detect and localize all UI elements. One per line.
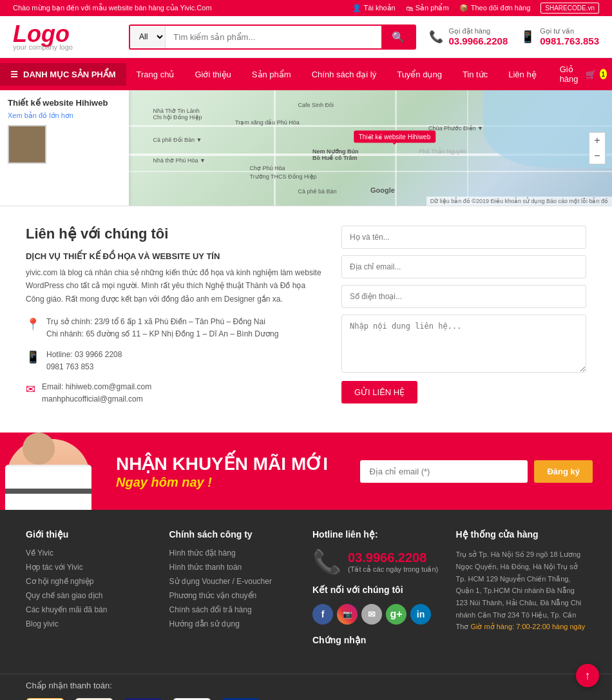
phone-input[interactable]	[341, 285, 586, 308]
contact-title: Liên hệ với chúng tôi	[26, 226, 322, 242]
location-icon: 📍	[26, 317, 40, 331]
map-pin: Thiết kế website Hihiweb	[354, 130, 435, 142]
nav-contact[interactable]: Liên hệ	[498, 62, 546, 87]
footer-link-voucher[interactable]: Sử dụng Voucher / E-voucher	[169, 577, 300, 586]
products-icon: 🛍	[406, 5, 413, 12]
facebook-icon[interactable]: f	[312, 604, 333, 625]
newsletter-email-input[interactable]	[360, 460, 528, 483]
top-bar-right: 👤 Tài khoản 🛍 Sản phẩm 📦 Theo dõi đơn hà…	[352, 3, 599, 14]
search-button[interactable]: 🔍	[381, 26, 415, 48]
address-text: Trụ sở chính: 23/9 tổ 6 ấp 1 xã Phú Điền…	[46, 316, 278, 340]
cart-badge: 1	[600, 69, 606, 79]
category-menu-button[interactable]: ☰ DANH MỤC SẢN PHẨM	[0, 63, 126, 86]
footer-link-returns[interactable]: Chính sách đổi trả hàng	[169, 605, 300, 614]
instagram-icon[interactable]: 📷	[337, 604, 358, 625]
footer-link-about-yivic[interactable]: Về Yivic	[26, 549, 157, 558]
search-bar: All 🔍	[129, 24, 416, 50]
map-placeholder: Thiết kế website Hihiweb Xem bản đồ lớn …	[0, 90, 612, 206]
footer-hours: Giờ mở hàng: 7:00-22:00 hàng ngày	[470, 623, 585, 630]
newsletter-form: Đăng ký	[360, 460, 612, 483]
footer-hotline-note: (Tất cả các ngày trong tuần)	[348, 565, 438, 574]
footer-col-policy: Chính sách công ty Hình thức đặt hàng Hì…	[169, 529, 300, 645]
footer-link-blog[interactable]: Blog yivic	[26, 619, 157, 628]
big-phone-icon: 📞	[312, 549, 341, 576]
nav-policy[interactable]: Chính sách đại lý	[301, 62, 387, 87]
hotline1: 03 9966 2208	[75, 350, 122, 359]
email-icon: ✉	[26, 382, 35, 396]
google-logo: Google	[370, 186, 395, 194]
phone-text: Hotline: 03 9966 2208 0981 763 853	[46, 349, 122, 373]
newsletter-title: NHẬN KHUYẾN MÃI MỚI	[116, 453, 347, 475]
footer-address: Trụ sở Tp. Hà Nội Số 29 ngõ 18 Lương Ngọ…	[456, 549, 587, 633]
footer-col-intro: Giới thiệu Về Yivic Hợp tác với Yivic Cơ…	[26, 529, 157, 645]
zoom-in-button[interactable]: +	[589, 133, 605, 148]
contact-form: GỬI LIÊN HỆ	[341, 226, 586, 413]
email-input[interactable]	[341, 255, 586, 278]
account-link[interactable]: 👤 Tài khoản	[352, 4, 396, 12]
submit-button[interactable]: GỬI LIÊN HỆ	[341, 381, 417, 403]
phone-info-icon: 📱	[26, 350, 40, 364]
hotline2: 0981 763 853	[46, 362, 93, 371]
map-section: Thiết kế website Hihiweb Xem bản đồ lớn …	[0, 90, 612, 206]
map-footer: Dữ liệu bản đồ ©2019 Điều khoản sử dụng …	[426, 197, 612, 206]
contact-description: yivic.com là blog cá nhân chia sẻ những …	[26, 266, 322, 306]
email-social-icon[interactable]: ✉	[361, 604, 382, 625]
welcome-text: Chào mừng bạn đến với mẫu website bán hà…	[13, 4, 212, 12]
cart-button[interactable]: Giỏ hàng 🛒 1	[547, 58, 612, 90]
search-input[interactable]	[166, 26, 381, 48]
footer-link-promotions[interactable]: Các khuyến mãi đã bán	[26, 605, 157, 614]
order-tracking-link[interactable]: 📦 Theo dõi đơn hàng	[459, 4, 531, 12]
social-connect-title: Kết nối với chúng tôi	[312, 585, 443, 595]
footer-stores-title: Hệ thống cửa hàng	[456, 529, 587, 540]
consult-phone-icon: 📱	[521, 30, 535, 44]
main-nav: ☰ DANH MỤC SẢN PHẨM Trang chủ Giới thiệu…	[0, 58, 612, 90]
footer-link-shipping[interactable]: Phương thức vận chuyển	[169, 591, 300, 600]
nav-products[interactable]: Sản phẩm	[242, 62, 301, 87]
footer-hotline-number: 03.9966.2208	[348, 550, 438, 565]
nav-about[interactable]: Giới thiệu	[184, 62, 241, 87]
message-textarea[interactable]	[341, 315, 586, 373]
google-plus-icon[interactable]: g+	[386, 604, 406, 625]
consult-number: 0981.763.853	[540, 35, 599, 46]
certify-title: Chứng nhận	[312, 635, 443, 645]
email-text: Email: hihiweb.com@gmail.com manhphucoff…	[42, 381, 151, 405]
call-contact: 📞 Gọi đặt hàng 03.9966.2208	[429, 27, 508, 46]
social-icons: f 📷 ✉ g+ in	[312, 604, 443, 625]
map-larger-link[interactable]: Xem bản đồ lớn hơn	[8, 112, 73, 119]
newsletter-text: NHẬN KHUYẾN MÃI MỚI Ngay hôm nay !	[103, 453, 360, 490]
zoom-out-button[interactable]: −	[589, 148, 605, 164]
nav-home[interactable]: Trang chủ	[126, 62, 185, 87]
tracking-icon: 📦	[459, 4, 468, 12]
footer-link-payment[interactable]: Hình thức thanh toán	[169, 563, 300, 572]
consult-label: Gọi tư vấn	[540, 27, 599, 35]
products-link[interactable]: 🛍 Sản phẩm	[406, 4, 449, 12]
call-label: Gọi đặt hàng	[448, 27, 508, 35]
map-title: Thiết kế website Hihiweb	[8, 98, 121, 108]
nav-news[interactable]: Tin tức	[452, 62, 498, 87]
top-bar: Chào mừng bạn đến với mẫu website bán hà…	[0, 0, 612, 16]
name-input[interactable]	[341, 226, 586, 249]
footer-link-career[interactable]: Cơ hội nghề nghiệp	[26, 577, 157, 586]
linkedin-icon[interactable]: in	[410, 604, 431, 625]
footer-grid: Giới thiệu Về Yivic Hợp tác với Yivic Cơ…	[26, 529, 586, 645]
footer-link-order[interactable]: Hình thức đặt hàng	[169, 549, 300, 558]
newsletter-subscribe-button[interactable]: Đăng ký	[534, 460, 593, 483]
back-to-top-button[interactable]: ↑	[576, 664, 599, 687]
footer-link-rules[interactable]: Quy chế sàn giao dịch	[26, 591, 157, 600]
newsletter-section: NHẬN KHUYẾN MÃI MỚI Ngay hôm nay ! Đăng …	[0, 433, 612, 510]
nav-recruit[interactable]: Tuyển dụng	[387, 62, 452, 87]
payment-title: Chấp nhận thanh toán:	[26, 681, 586, 690]
newsletter-person	[0, 433, 103, 510]
footer-col-hotline: Hotline liên hệ: 📞 03.9966.2208 (Tất cả …	[312, 529, 443, 645]
map-sidebar: Thiết kế website Hihiweb Xem bản đồ lớn …	[0, 90, 129, 206]
footer-link-partner-yivic[interactable]: Hợp tác với Yivic	[26, 563, 157, 572]
search-category-select[interactable]: All	[130, 26, 166, 48]
footer-link-guide[interactable]: Hướng dẫn sử dụng	[169, 619, 300, 628]
contact-left: Liên hệ với chúng tôi DỊCH VỤ THIẾT KẾ Đ…	[26, 226, 322, 413]
hotline-label: Hotline:	[46, 350, 73, 359]
map-content: Nhà Thờ Tin LànhChi hội Đồng Hiệp Cà phê…	[129, 90, 612, 206]
hotline-row: 📞 03.9966.2208 (Tất cả các ngày trong tu…	[312, 549, 443, 576]
phone-info: 📱 Hotline: 03 9966 2208 0981 763 853	[26, 349, 322, 373]
hamburger-icon: ☰	[10, 70, 18, 79]
footer-policy-title: Chính sách công ty	[169, 529, 300, 540]
